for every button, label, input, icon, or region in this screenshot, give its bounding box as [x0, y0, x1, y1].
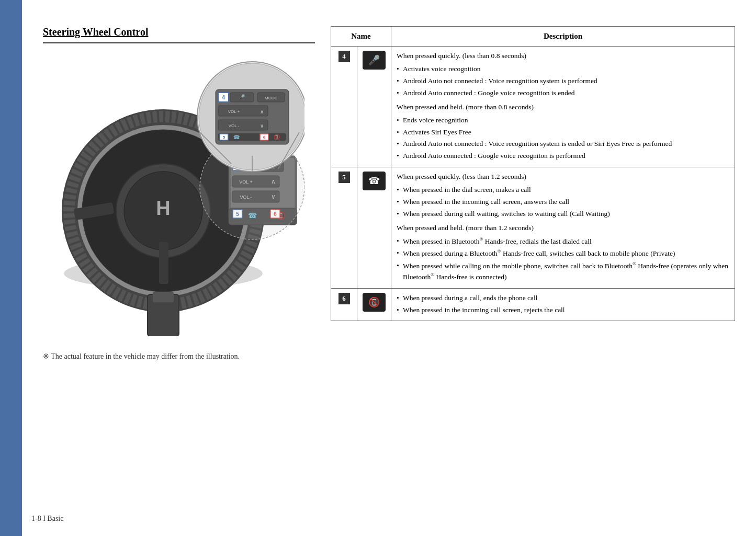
- phone-icon-box: ☎: [363, 172, 386, 190]
- row-num-5: 5: [331, 167, 357, 288]
- svg-text:∨: ∨: [260, 123, 264, 129]
- page-title: Steering Wheel Control: [43, 26, 315, 43]
- row-num-6: 6: [331, 288, 357, 321]
- list-item: When pressed in Bluetooth® Hands-free, r…: [397, 236, 729, 247]
- list-item: When pressed during call waiting, switch…: [397, 209, 729, 220]
- svg-text:🎤: 🎤: [238, 94, 245, 101]
- disclaimer-text: ※ The actual feature in the vehicle may …: [43, 352, 315, 361]
- row-icon-4: 🎤: [357, 47, 391, 167]
- row-desc-6: When pressed during a call, ends the pho…: [391, 288, 735, 321]
- list-item: When pressed during a Bluetooth® Hands-f…: [397, 248, 729, 259]
- desc-4-header-2: When pressed and held. (more than 0.8 se…: [397, 102, 729, 113]
- table-row: 4 🎤 When pressed quickly. (less than 0.8…: [331, 47, 735, 167]
- desc-5-list-2: When pressed in Bluetooth® Hands-free, r…: [397, 236, 729, 283]
- desc-6-list: When pressed during a call, ends the pho…: [397, 293, 729, 316]
- endcall-icon-box: 📵: [363, 293, 386, 312]
- list-item: Ends voice recognition: [397, 115, 729, 126]
- svg-text:VOL -: VOL -: [229, 123, 240, 128]
- desc-4-header-1: When pressed quickly. (less than 0.8 sec…: [397, 51, 729, 62]
- desc-5-header-2: When pressed and held. (more than 1.2 se…: [397, 223, 729, 234]
- row-icon-5: ☎: [357, 167, 391, 288]
- desc-4-list-2: Ends voice recognition Activates Siri Ey…: [397, 115, 729, 162]
- svg-rect-11: [159, 242, 168, 284]
- list-item: When pressed during a call, ends the pho…: [397, 293, 729, 304]
- list-item: When pressed in the dial screen, makes a…: [397, 185, 729, 196]
- svg-text:6: 6: [263, 135, 266, 140]
- right-section: Name Description 4 🎤: [331, 26, 735, 515]
- svg-text:4: 4: [222, 94, 225, 100]
- svg-text:H: H: [156, 197, 170, 219]
- list-item: Android Auto connected : Google voice re…: [397, 88, 729, 99]
- svg-text:5: 5: [223, 135, 225, 140]
- desc-5-header-1: When pressed quickly. (less than 1.2 sec…: [397, 172, 729, 183]
- page: Steering Wheel Control: [0, 0, 756, 536]
- table-header-description: Description: [391, 27, 735, 47]
- end-call-icon: 📵: [368, 296, 380, 308]
- list-item: When pressed while calling on the mobile…: [397, 260, 729, 283]
- svg-text:☎: ☎: [233, 134, 240, 140]
- num-badge-5: 5: [338, 172, 350, 183]
- desc-4-list-1: Activates voice recognition Android Auto…: [397, 64, 729, 99]
- left-section: Steering Wheel Control: [43, 26, 315, 515]
- svg-text:MODE: MODE: [265, 96, 277, 100]
- num-badge-4: 4: [338, 51, 350, 62]
- list-item: Android Auto not connected : Voice recog…: [397, 76, 729, 87]
- mic-icon: 🎤: [368, 54, 380, 66]
- svg-rect-59: [153, 292, 174, 302]
- row-num-4: 4: [331, 47, 357, 167]
- row-desc-4: When pressed quickly. (less than 0.8 sec…: [391, 47, 735, 167]
- info-table: Name Description 4 🎤: [331, 26, 735, 321]
- svg-text:VOL +: VOL +: [228, 109, 240, 114]
- phone-answer-icon: ☎: [368, 175, 380, 187]
- mic-icon-box: 🎤: [363, 51, 386, 70]
- desc-5-list-1: When pressed in the dial screen, makes a…: [397, 185, 729, 220]
- svg-text:📵: 📵: [274, 134, 280, 141]
- table-row: 6 📵 When pressed during a call, ends the…: [331, 288, 735, 321]
- left-sidebar-bar: [0, 0, 22, 536]
- row-desc-5: When pressed quickly. (less than 1.2 sec…: [391, 167, 735, 288]
- table-header-name: Name: [331, 27, 391, 47]
- list-item: Android Auto not connected : Voice recog…: [397, 139, 729, 150]
- steering-wheel-illustration: H MODE: [43, 54, 304, 336]
- content-area: Steering Wheel Control: [22, 0, 756, 536]
- num-badge-6: 6: [338, 293, 350, 304]
- svg-text:∧: ∧: [260, 109, 264, 115]
- row-icon-6: 📵: [357, 288, 391, 321]
- list-item: Activates voice recognition: [397, 64, 729, 75]
- page-footer: 1-8 I Basic: [31, 515, 63, 523]
- table-row: 5 ☎ When pressed quickly. (less than 1.2…: [331, 167, 735, 288]
- list-item: Android Auto connected : Google voice re…: [397, 151, 729, 162]
- list-item: When pressed in the incoming call screen…: [397, 197, 729, 208]
- list-item: When pressed in the incoming call screen…: [397, 305, 729, 316]
- list-item: Activates Siri Eyes Free: [397, 127, 729, 138]
